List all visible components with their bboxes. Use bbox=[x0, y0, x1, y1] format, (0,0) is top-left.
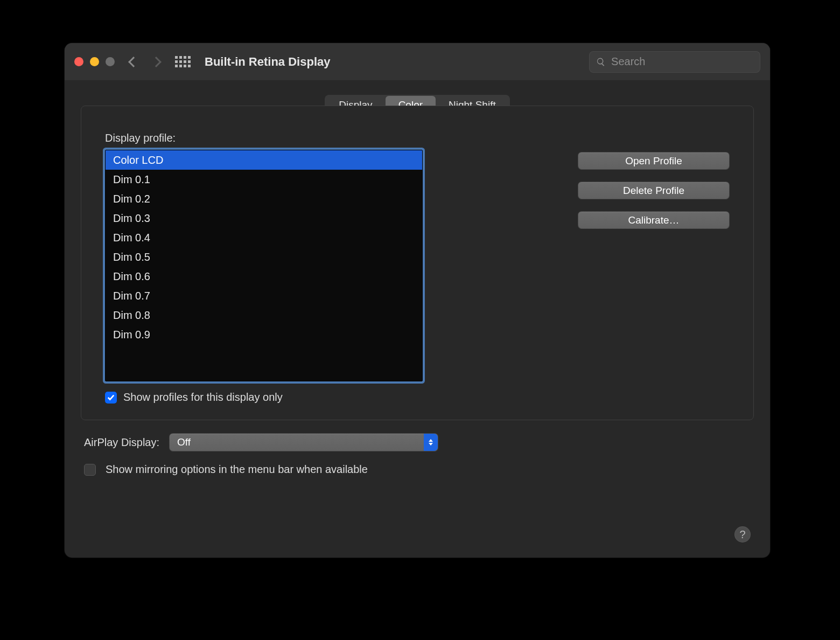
profile-item[interactable]: Dim 0.4 bbox=[106, 228, 422, 247]
search-icon bbox=[596, 57, 606, 67]
open-profile-button[interactable]: Open Profile bbox=[578, 152, 730, 170]
display-profile-label: Display profile: bbox=[105, 132, 730, 144]
back-button[interactable] bbox=[128, 57, 139, 67]
profile-item[interactable]: Dim 0.6 bbox=[106, 267, 422, 286]
show-profiles-checkbox[interactable] bbox=[105, 392, 117, 404]
close-window-button[interactable] bbox=[74, 57, 83, 66]
delete-profile-button[interactable]: Delete Profile bbox=[578, 182, 730, 199]
help-button[interactable]: ? bbox=[734, 526, 751, 542]
profile-item[interactable]: Dim 0.8 bbox=[106, 305, 422, 325]
profile-listbox[interactable]: Color LCDDim 0.1Dim 0.2Dim 0.3Dim 0.4Dim… bbox=[105, 150, 423, 381]
color-panel: Display profile: Color LCDDim 0.1Dim 0.2… bbox=[81, 106, 754, 420]
airplay-value: Off bbox=[177, 436, 191, 448]
nav-arrows bbox=[130, 58, 160, 66]
search-field[interactable] bbox=[589, 51, 760, 73]
profile-item[interactable]: Dim 0.9 bbox=[106, 325, 422, 344]
profile-item[interactable]: Color LCD bbox=[106, 150, 422, 170]
show-all-icon[interactable] bbox=[175, 56, 191, 67]
forward-button[interactable] bbox=[151, 57, 162, 67]
window-title: Built-in Retina Display bbox=[205, 55, 330, 69]
titlebar: Built-in Retina Display bbox=[65, 43, 770, 81]
profile-item[interactable]: Dim 0.7 bbox=[106, 286, 422, 305]
profile-item[interactable]: Dim 0.1 bbox=[106, 170, 422, 189]
select-arrows-icon bbox=[424, 434, 438, 451]
mirroring-label: Show mirroring options in the menu bar w… bbox=[106, 463, 368, 476]
minimize-window-button[interactable] bbox=[90, 57, 99, 66]
profile-item[interactable]: Dim 0.2 bbox=[106, 189, 422, 208]
calibrate-button[interactable]: Calibrate… bbox=[578, 211, 730, 229]
search-input[interactable] bbox=[611, 55, 753, 68]
show-profiles-label: Show profiles for this display only bbox=[123, 391, 283, 404]
mirroring-checkbox[interactable] bbox=[84, 464, 96, 476]
zoom-window-button[interactable] bbox=[106, 57, 115, 66]
airplay-select[interactable]: Off bbox=[169, 433, 438, 451]
window-controls bbox=[74, 57, 115, 66]
profile-item[interactable]: Dim 0.5 bbox=[106, 247, 422, 267]
airplay-label: AirPlay Display: bbox=[84, 436, 159, 449]
profile-item[interactable]: Dim 0.3 bbox=[106, 208, 422, 228]
checkmark-icon bbox=[107, 394, 115, 401]
preferences-window: Built-in Retina Display Display Color Ni… bbox=[65, 43, 770, 558]
